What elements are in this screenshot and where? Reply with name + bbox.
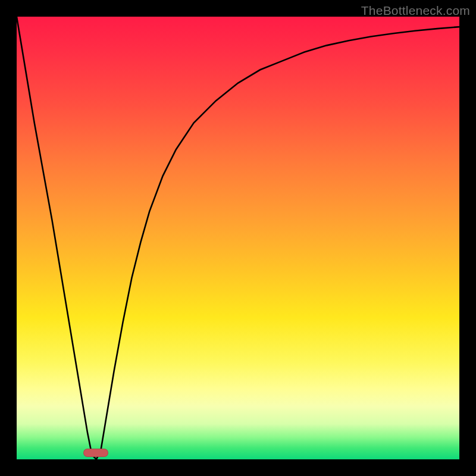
optimum-marker xyxy=(83,449,108,457)
chart-frame: TheBottleneck.com xyxy=(0,0,476,476)
watermark-text: TheBottleneck.com xyxy=(361,4,470,18)
plot-area xyxy=(17,17,459,459)
bottleneck-curve-path xyxy=(17,17,459,459)
bottleneck-curve xyxy=(17,17,459,459)
